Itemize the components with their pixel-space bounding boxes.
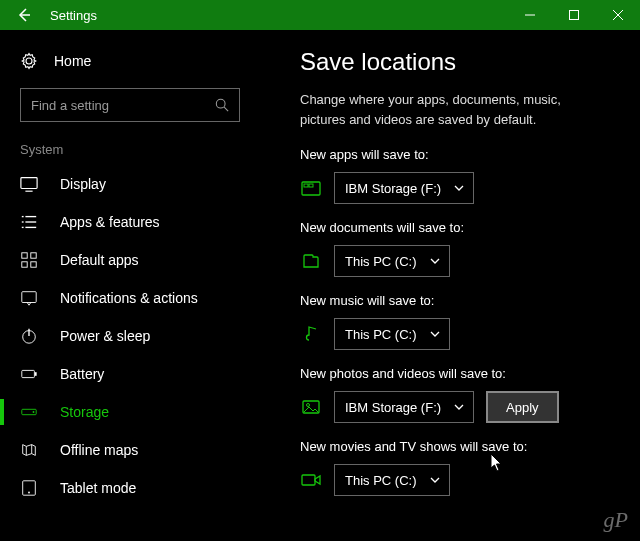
- chevron-down-icon: [429, 474, 441, 486]
- photos-category-icon: [300, 396, 322, 418]
- tablet-icon: [20, 479, 42, 497]
- chevron-down-icon: [453, 182, 465, 194]
- sidebar-item-label: Apps & features: [60, 214, 160, 230]
- content-panel: Save locations Change where your apps, d…: [260, 30, 640, 541]
- sidebar-item-storage[interactable]: Storage: [0, 393, 260, 431]
- section-label: System: [0, 136, 260, 165]
- page-description: Change where your apps, documents, music…: [300, 90, 590, 129]
- sidebar: Home Find a setting System Display Apps …: [0, 30, 260, 541]
- home-button[interactable]: Home: [0, 46, 260, 84]
- setting-documents: New documents will save to: This PC (C:): [300, 220, 610, 277]
- svg-line-6: [224, 107, 228, 111]
- setting-label: New documents will save to:: [300, 220, 610, 235]
- movies-location-dropdown[interactable]: This PC (C:): [334, 464, 450, 496]
- svg-rect-2: [570, 11, 579, 20]
- svg-rect-23: [35, 372, 37, 376]
- window-controls: [508, 0, 640, 30]
- setting-label: New photos and videos will save to:: [300, 366, 610, 381]
- sidebar-item-label: Notifications & actions: [60, 290, 198, 306]
- sidebar-item-label: Offline maps: [60, 442, 138, 458]
- sidebar-item-label: Tablet mode: [60, 480, 136, 496]
- dropdown-value: IBM Storage (F:): [345, 181, 441, 196]
- apply-label: Apply: [506, 400, 539, 415]
- svg-rect-32: [309, 184, 313, 187]
- svg-rect-15: [22, 253, 27, 258]
- svg-point-29: [28, 492, 30, 494]
- svg-rect-16: [31, 253, 36, 258]
- documents-location-dropdown[interactable]: This PC (C:): [334, 245, 450, 277]
- gear-icon: [20, 52, 38, 70]
- back-arrow-icon: [16, 7, 32, 23]
- music-category-icon: [300, 323, 322, 345]
- minimize-button[interactable]: [508, 0, 552, 30]
- dropdown-value: This PC (C:): [345, 473, 417, 488]
- sidebar-item-label: Display: [60, 176, 106, 192]
- dropdown-value: This PC (C:): [345, 327, 417, 342]
- page-title: Save locations: [300, 48, 610, 76]
- svg-point-34: [307, 404, 310, 407]
- setting-label: New apps will save to:: [300, 147, 610, 162]
- maximize-button[interactable]: [552, 0, 596, 30]
- movies-category-icon: [300, 469, 322, 491]
- power-icon: [20, 327, 42, 345]
- sidebar-item-tablet-mode[interactable]: Tablet mode: [0, 469, 260, 507]
- sidebar-item-label: Default apps: [60, 252, 139, 268]
- minimize-icon: [525, 10, 535, 20]
- setting-movies-tv: New movies and TV shows will save to: Th…: [300, 439, 610, 496]
- svg-rect-17: [22, 262, 27, 267]
- main-area: Home Find a setting System Display Apps …: [0, 30, 640, 541]
- svg-point-5: [216, 99, 225, 108]
- svg-rect-7: [21, 178, 37, 189]
- home-label: Home: [54, 53, 91, 69]
- setting-label: New movies and TV shows will save to:: [300, 439, 610, 454]
- apps-location-dropdown[interactable]: IBM Storage (F:): [334, 172, 474, 204]
- svg-rect-18: [31, 262, 36, 267]
- battery-icon: [20, 365, 42, 383]
- apps-category-icon: [300, 177, 322, 199]
- sidebar-item-display[interactable]: Display: [0, 165, 260, 203]
- close-button[interactable]: [596, 0, 640, 30]
- sidebar-item-apps-features[interactable]: Apps & features: [0, 203, 260, 241]
- sidebar-item-offline-maps[interactable]: Offline maps: [0, 431, 260, 469]
- titlebar: Settings: [0, 0, 640, 30]
- photos-location-dropdown[interactable]: IBM Storage (F:): [334, 391, 474, 423]
- close-icon: [613, 10, 623, 20]
- window-title: Settings: [50, 8, 508, 23]
- svg-rect-19: [22, 292, 36, 303]
- chevron-down-icon: [429, 255, 441, 267]
- grid-icon: [20, 251, 42, 269]
- svg-point-25: [33, 411, 35, 413]
- documents-category-icon: [300, 250, 322, 272]
- back-button[interactable]: [8, 0, 40, 30]
- sidebar-item-label: Storage: [60, 404, 109, 420]
- sidebar-item-battery[interactable]: Battery: [0, 355, 260, 393]
- search-icon: [215, 98, 229, 112]
- notifications-icon: [20, 289, 42, 307]
- sidebar-item-default-apps[interactable]: Default apps: [0, 241, 260, 279]
- search-input[interactable]: Find a setting: [20, 88, 240, 122]
- svg-rect-35: [302, 475, 315, 485]
- search-placeholder: Find a setting: [31, 98, 215, 113]
- maximize-icon: [569, 10, 579, 20]
- chevron-down-icon: [453, 401, 465, 413]
- svg-rect-31: [304, 184, 308, 187]
- apply-button[interactable]: Apply: [486, 391, 559, 423]
- sidebar-item-notifications[interactable]: Notifications & actions: [0, 279, 260, 317]
- sidebar-item-label: Power & sleep: [60, 328, 150, 344]
- dropdown-value: This PC (C:): [345, 254, 417, 269]
- map-icon: [20, 441, 42, 459]
- watermark: gP: [604, 507, 628, 533]
- setting-apps: New apps will save to: IBM Storage (F:): [300, 147, 610, 204]
- list-icon: [20, 213, 42, 231]
- dropdown-value: IBM Storage (F:): [345, 400, 441, 415]
- setting-label: New music will save to:: [300, 293, 610, 308]
- storage-icon: [20, 403, 42, 421]
- display-icon: [20, 175, 42, 193]
- setting-photos-videos: New photos and videos will save to: IBM …: [300, 366, 610, 423]
- sidebar-item-label: Battery: [60, 366, 104, 382]
- sidebar-item-power-sleep[interactable]: Power & sleep: [0, 317, 260, 355]
- chevron-down-icon: [429, 328, 441, 340]
- svg-rect-22: [22, 370, 35, 377]
- music-location-dropdown[interactable]: This PC (C:): [334, 318, 450, 350]
- setting-music: New music will save to: This PC (C:): [300, 293, 610, 350]
